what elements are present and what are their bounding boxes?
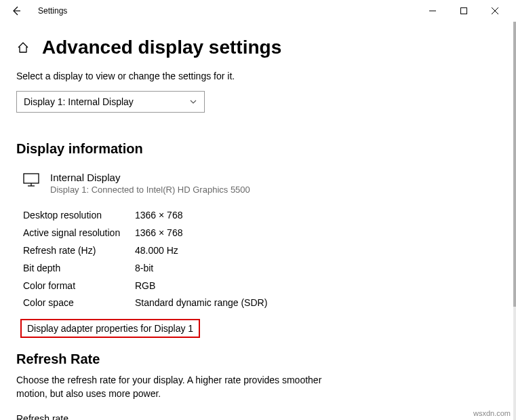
spec-value: Standard dynamic range (SDR) [135,294,267,312]
refresh-rate-heading: Refresh Rate [16,351,500,367]
maximize-button[interactable] [448,0,479,22]
intro-text: Select a display to view or change the s… [16,71,500,81]
minimize-button[interactable] [417,0,448,22]
maximize-icon [460,7,467,14]
refresh-rate-label: Refresh rate [16,413,500,420]
table-row: Refresh rate (Hz) 48.000 Hz [23,242,500,260]
home-button[interactable] [16,41,30,54]
window-title: Settings [38,6,67,16]
refresh-rate-description: Choose the refresh rate for your display… [16,374,328,400]
display-info-heading: Display information [16,141,500,157]
display-selector[interactable]: Display 1: Internal Display [16,91,205,113]
spec-value: 8-bit [135,260,153,278]
spec-label: Active signal resolution [23,225,135,242]
close-icon [492,7,498,14]
display-name: Internal Display [50,172,250,183]
display-selector-value: Display 1: Internal Display [24,96,134,107]
titlebar: Settings [0,0,516,22]
svg-rect-5 [24,174,39,183]
spec-value: 1366 × 768 [135,207,182,225]
spec-label: Desktop resolution [23,207,135,225]
scrollbar[interactable] [513,22,516,420]
scrollbar-thumb[interactable] [513,22,516,307]
table-row: Color space Standard dynamic range (SDR) [23,294,500,312]
page-title: Advanced display settings [42,37,281,58]
arrow-left-icon [11,5,22,16]
table-row: Bit depth 8-bit [23,260,500,278]
table-row: Desktop resolution 1366 × 768 [23,207,500,225]
table-row: Active signal resolution 1366 × 768 [23,225,500,242]
svg-rect-2 [461,8,467,14]
spec-label: Refresh rate (Hz) [23,242,135,260]
spec-value: RGB [135,278,155,295]
display-summary: Internal Display Display 1: Connected to… [23,172,500,195]
adapter-properties-link[interactable]: Display adapter properties for Display 1 [20,319,200,338]
watermark: wsxdn.com [473,409,511,417]
monitor-icon [23,173,39,189]
display-connection: Display 1: Connected to Intel(R) HD Grap… [50,185,250,195]
spec-label: Color space [23,294,135,312]
close-button[interactable] [479,0,511,22]
home-icon [17,41,29,54]
window-controls [417,0,511,22]
minimize-icon [429,7,436,14]
spec-label: Bit depth [23,260,135,278]
spec-table: Desktop resolution 1366 × 768 Active sig… [23,207,500,312]
table-row: Color format RGB [23,278,500,295]
back-button[interactable] [5,0,27,22]
content: Select a display to view or change the s… [0,65,516,420]
page-header: Advanced display settings [0,22,516,65]
spec-value: 1366 × 768 [135,225,182,242]
spec-value: 48.000 Hz [135,242,178,260]
spec-label: Color format [23,278,135,295]
chevron-down-icon [189,98,197,106]
